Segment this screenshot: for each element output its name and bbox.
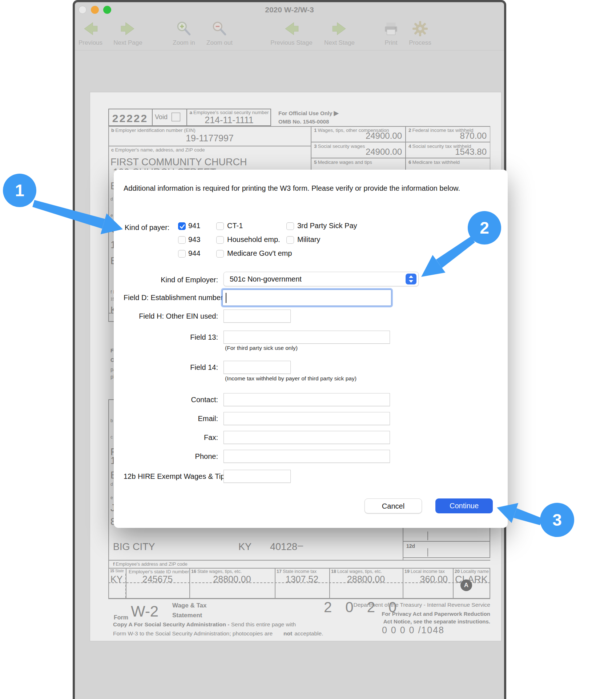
field-label-field-h-other-ein-used: Field H: Other EIN used: bbox=[124, 310, 218, 323]
state-col-text: Locality name bbox=[461, 569, 489, 574]
money-box-num: 2 bbox=[408, 128, 411, 133]
footer-code: 0 0 0 0 /1048 bbox=[382, 625, 444, 635]
ssn-value: 214-11-1111 bbox=[187, 115, 271, 125]
forward-arrow-icon bbox=[102, 20, 153, 37]
payer-checkbox-medicare-gov-t-emp[interactable] bbox=[216, 250, 224, 258]
money-box-num: 1 bbox=[314, 128, 317, 133]
toolbar-item-label: Previous Stage bbox=[266, 39, 317, 47]
field-caption: (For third party sick use only) bbox=[225, 345, 298, 351]
employee-city: BIG CITY bbox=[113, 541, 155, 553]
continue-button[interactable]: Continue bbox=[435, 498, 493, 513]
footer-privacy-2: Act Notice, see the separate instruction… bbox=[309, 618, 490, 625]
contact-input[interactable] bbox=[224, 393, 390, 406]
state-col-text: State bbox=[115, 569, 124, 573]
state-col-num: 16 bbox=[191, 569, 196, 574]
employer-address-label: Employer's name, address, and ZIP code bbox=[115, 147, 205, 153]
field-label-12b-hire-exempt-wages-tips: 12b HIRE Exempt Wages & Tips: bbox=[124, 470, 218, 483]
payer-checkbox-military[interactable] bbox=[286, 236, 294, 244]
toolbar-item-label: Process bbox=[395, 39, 446, 47]
address-label-prefix: f bbox=[113, 561, 114, 567]
payer-option-label-ct-1: CT-1 bbox=[227, 222, 243, 230]
state-col-label: 17State income tax bbox=[277, 569, 317, 574]
money-box-value: 870.00 bbox=[460, 131, 487, 141]
field-label-fax: Fax: bbox=[124, 431, 218, 444]
employer-label-prefix: c bbox=[111, 147, 114, 153]
phone-input[interactable] bbox=[224, 450, 390, 463]
payer-checkbox-3rd-party-sick-pay[interactable] bbox=[286, 222, 294, 230]
screenshot-root: 2020 W-2/W-3 PreviousNext PageZoom inZoo… bbox=[0, 0, 616, 699]
kind-of-employer-value: 501c Non-government bbox=[230, 272, 302, 286]
12b-hire-exempt-wages-tips-input[interactable] bbox=[224, 470, 291, 483]
field-label-phone: Phone: bbox=[124, 450, 218, 463]
annotation-circle-2: 2 bbox=[468, 211, 501, 245]
payer-checkbox-943[interactable] bbox=[178, 236, 186, 244]
state-col-text: Local wages, tips, etc. bbox=[337, 569, 382, 574]
toolbar-item-previous-stage[interactable]: Previous Stage bbox=[266, 20, 317, 47]
payer-option-label-household-emp: Household emp. bbox=[227, 235, 280, 244]
money-box-num: 6 bbox=[408, 159, 411, 165]
state-col-label: 19Local income tax bbox=[404, 569, 445, 574]
money-box-1: 1Wages, tips, other compensation24900.00 bbox=[311, 126, 406, 142]
payer-checkbox-ct-1[interactable] bbox=[216, 222, 224, 230]
payer-checkbox-944[interactable] bbox=[178, 250, 186, 258]
text-caret bbox=[226, 293, 226, 303]
employee-state: KY bbox=[238, 541, 251, 553]
footer-not-word: not bbox=[283, 630, 292, 637]
forward-arrow-icon bbox=[314, 20, 365, 37]
official-use-label: For Official Use Only bbox=[278, 110, 332, 116]
payer-option-label-military: Military bbox=[297, 235, 320, 244]
money-box-value: 24900.00 bbox=[366, 147, 402, 157]
toolbar-item-next-stage[interactable]: Next Stage bbox=[314, 20, 365, 47]
official-use-arrow-icon: ▶ bbox=[334, 110, 338, 117]
state-col-num: 19 bbox=[404, 569, 410, 574]
state-col-num: 20 bbox=[455, 569, 460, 574]
back-arrow-icon bbox=[266, 20, 317, 37]
footer-dept: Department of the Treasury - Internal Re… bbox=[309, 602, 490, 608]
annotation-circle-1: 1 bbox=[3, 174, 36, 207]
state-col-label: 15State bbox=[110, 569, 124, 573]
covered-form-fragment: d bbox=[110, 482, 113, 487]
money-box-3: 3Social security wages24900.00 bbox=[311, 142, 406, 158]
field-caption: (Income tax withheld by payer of third p… bbox=[225, 375, 357, 382]
toolbar-item-label: Next Page bbox=[102, 39, 153, 47]
toolbar-item-next-page[interactable]: Next Page bbox=[102, 20, 153, 47]
email-input[interactable] bbox=[224, 412, 390, 425]
money-box-text: Medicare tax withheld bbox=[412, 159, 460, 165]
stepper-icon bbox=[406, 274, 416, 284]
cancel-button[interactable]: Cancel bbox=[365, 498, 422, 513]
state-col-text: Local income tax bbox=[411, 569, 445, 574]
field-14-input[interactable] bbox=[224, 361, 291, 374]
money-box-text: Medicare wages and tips bbox=[318, 159, 372, 165]
state-col-text: Employer's state ID number bbox=[129, 569, 189, 574]
covered-form-fragment: e bbox=[110, 495, 113, 500]
field-label-contact: Contact: bbox=[124, 393, 218, 406]
field-d-establishment-number-input[interactable] bbox=[222, 290, 391, 306]
payer-option-label-944: 944 bbox=[188, 249, 200, 258]
money-box-num: 4 bbox=[408, 144, 411, 149]
toolbar-item-process[interactable]: Process bbox=[395, 20, 446, 47]
money-box-value: 1543.80 bbox=[455, 147, 487, 157]
omb-label: OMB No. 1545-0008 bbox=[278, 118, 329, 125]
footer-send-line: Form W-3 to the Social Security Administ… bbox=[113, 630, 273, 637]
state-col-num: 15 bbox=[110, 569, 114, 573]
dialog-message: Additional information is required for p… bbox=[124, 183, 487, 194]
covered-form-fragment: c bbox=[110, 435, 113, 440]
void-checkbox[interactable] bbox=[172, 113, 180, 121]
payer-checkbox-941[interactable] bbox=[178, 222, 186, 230]
money-box-label: 6Medicare tax withheld bbox=[408, 159, 460, 165]
field-h-other-ein-used-input[interactable] bbox=[224, 310, 291, 323]
money-box-num: 5 bbox=[314, 159, 317, 165]
field-label-field-14: Field 14: bbox=[124, 361, 218, 374]
kind-of-employer-dropdown[interactable]: 501c Non-government bbox=[224, 272, 419, 286]
field-label-field-13: Field 13: bbox=[124, 331, 218, 344]
payer-option-label-943: 943 bbox=[188, 235, 200, 244]
field-13-input[interactable] bbox=[224, 331, 390, 344]
payer-option-label-medicare-gov-t-emp: Medicare Gov't emp bbox=[227, 249, 292, 258]
employee-zip-dash: – bbox=[298, 540, 303, 551]
window-title: 2020 W-2/W-3 bbox=[75, 5, 504, 14]
toolbar-item-zoom-out[interactable]: Zoom out bbox=[194, 20, 245, 47]
state-col-label: 18Local wages, tips, etc. bbox=[331, 569, 382, 574]
payer-checkbox-household-emp[interactable] bbox=[216, 236, 224, 244]
fax-input[interactable] bbox=[224, 431, 390, 444]
covered-form-fragment: e bbox=[110, 213, 113, 218]
